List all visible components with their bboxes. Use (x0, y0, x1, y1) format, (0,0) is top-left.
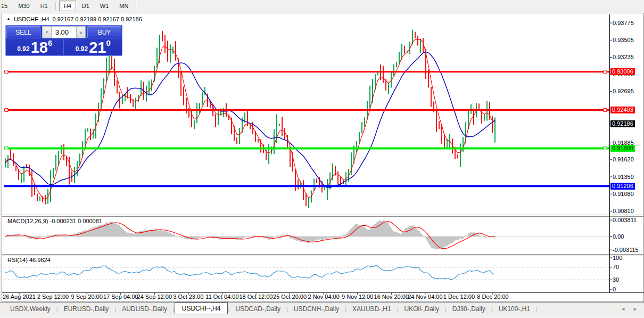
rsi-value: 46.9624 (29, 257, 51, 263)
tab-divider: | (536, 306, 538, 312)
macd-axis-label: 0.00 (613, 233, 624, 240)
toolbar-separator (55, 2, 56, 10)
time-label: 11 Oct 04:00 (205, 293, 238, 300)
volume-stepper: ▼ 3.00 ▲ (42, 26, 86, 38)
rsi-axis-label: 100 (613, 255, 622, 262)
chart-tab-UKOil-Daily[interactable]: UKOil-,Daily (399, 304, 445, 314)
buy-price-prefix: 0.92 (76, 45, 88, 53)
hline-price-label: 0.91206 (610, 183, 635, 190)
chart-tab-USDCHF-H4[interactable]: USDCHF-,H4 (175, 303, 228, 314)
time-label: 3 Oct 23:00 (173, 293, 203, 300)
rsi-label: RSI(14) 46.9624 (7, 257, 51, 263)
time-label: 9 Nov 12:00 (342, 293, 373, 300)
chart-window (2, 13, 644, 302)
sell-price[interactable]: 0.92 18 6 (6, 39, 64, 55)
time-label: 18 Oct 12:00 (240, 293, 273, 300)
time-label: 2 Nov 04:00 (308, 293, 339, 300)
hline-price-label: 0.91800 (610, 145, 635, 152)
mt4-terminal: 15M30H1H4D1W1MN ▲ USDCHF-,H4 0.92167 0.9… (0, 0, 644, 318)
chart-tab-bar: USDX,Weekly|EURUSD-,Daily|AUDUSD-,Daily|… (0, 302, 644, 315)
sell-button[interactable]: SELL (6, 26, 40, 38)
buy-price-point: 0 (106, 39, 110, 47)
trade-panel-top-row: SELL ▼ 3.00 ▲ BUY (6, 26, 122, 39)
price-tick-label: 0.91080 (613, 191, 634, 198)
macd-values: -0.000231 0.000081 (49, 218, 102, 224)
time-label: 9 Sep 20:00 (71, 293, 102, 300)
chart-tab-USDCNH-Daily[interactable]: USDCNH-,Daily (288, 304, 345, 314)
chart-tab-EURUSD-Daily[interactable]: EURUSD-,Daily (58, 304, 115, 314)
rsi-axis-label: 70 (613, 264, 619, 271)
price-tick-label: 0.93775 (613, 20, 634, 27)
time-label: 16 Nov 20:00 (374, 293, 409, 300)
chart-title: ▲ USDCHF-,H4 0.92167 0.92199 0.92167 0.9… (6, 16, 142, 22)
price-tick-label: 0.91350 (613, 174, 634, 181)
time-label: 1 Dec 12:00 (443, 293, 475, 300)
hline-price-label: 0.92403 (610, 107, 635, 113)
macd-label: MACD(12,26,9) -0.000231 0.000081 (7, 218, 102, 224)
timeframe-button-MN[interactable]: MN (114, 1, 133, 11)
hline-price-label: 0.93006 (610, 68, 635, 75)
macd-axis-label: 0.003811 (613, 217, 637, 224)
price-tick-label: 0.90810 (613, 208, 634, 215)
chart-tab-XAUUSD-H1[interactable]: XAUUSD-,H1 (346, 304, 397, 314)
volume-input[interactable]: 3.00 (52, 26, 76, 38)
time-label: 24 Nov 04:00 (408, 293, 442, 300)
timeframe-button-H1[interactable]: H1 (36, 1, 53, 11)
time-label: 25 Oct 20:00 (273, 293, 307, 300)
price-tick-label: 0.93235 (613, 54, 634, 61)
chart-tab-USDCAD-Daily[interactable]: USDCAD-,Daily (229, 304, 286, 314)
tab-scroll-arrows: ◄► (621, 306, 638, 312)
buy-button[interactable]: BUY (87, 26, 121, 38)
tab-scroll-left-icon[interactable]: ◄ (621, 306, 625, 312)
timeframe-button-D1[interactable]: D1 (77, 1, 94, 11)
chart-tab-AUDUSD-Daily[interactable]: AUDUSD-,Daily (116, 304, 173, 314)
macd-axis-label: -0.003115 (613, 247, 639, 254)
current-price-label: 0.92186 (610, 120, 635, 127)
timeframe-button-W1[interactable]: W1 (95, 1, 114, 11)
volume-decrease-icon[interactable]: ▼ (42, 26, 52, 38)
chart-tab-USDX-Weekly[interactable]: USDX,Weekly (4, 304, 56, 314)
time-label: 17 Sep 04:00 (103, 293, 138, 300)
time-label: 26 Aug 2021 (3, 293, 36, 300)
timeframe-button-M30[interactable]: M30 (13, 1, 34, 11)
price-tick-label: 0.93505 (613, 37, 634, 44)
timeframe-toolbar: 15M30H1H4D1W1MN (0, 0, 644, 12)
chart-tab-UK100-H1[interactable]: UK100-,H1 (493, 304, 536, 314)
one-click-trading-panel: SELL ▼ 3.00 ▲ BUY 0.92 18 6 0.92 21 0 (5, 25, 122, 56)
buy-price-main: 21 (89, 40, 106, 55)
toolbar-separator (136, 2, 137, 10)
sell-price-point: 6 (48, 39, 52, 47)
ohlc-values: 0.92167 0.92199 0.92167 0.92186 (53, 16, 142, 22)
sell-price-main: 18 (31, 40, 48, 55)
time-label: 8 Dec 20:00 (477, 293, 508, 300)
symbol-period-label: USDCHF-,H4 (14, 16, 49, 22)
time-label: 2 Sep 12:00 (37, 293, 69, 300)
price-tick-label: 0.91620 (613, 156, 634, 163)
sell-price-prefix: 0.92 (17, 45, 29, 53)
buy-price[interactable]: 0.92 21 0 (65, 39, 122, 55)
time-label: 24 Sep 12:00 (137, 293, 172, 300)
chart-tab-DJ30-Daily[interactable]: DJ30-,Daily (447, 304, 491, 314)
trade-panel-price-row: 0.92 18 6 0.92 21 0 (6, 39, 122, 55)
collapse-panel-icon[interactable]: ▲ (6, 17, 11, 21)
tab-scroll-right-icon[interactable]: ► (633, 306, 638, 312)
volume-increase-icon[interactable]: ▲ (76, 26, 86, 38)
rsi-axis-label: 0 (613, 286, 616, 293)
rsi-axis-label: 30 (613, 276, 619, 283)
timeframe-button-15[interactable]: 15 (0, 1, 12, 11)
price-tick-label: 0.92695 (613, 88, 634, 95)
timeframe-button-H4[interactable]: H4 (59, 1, 76, 11)
